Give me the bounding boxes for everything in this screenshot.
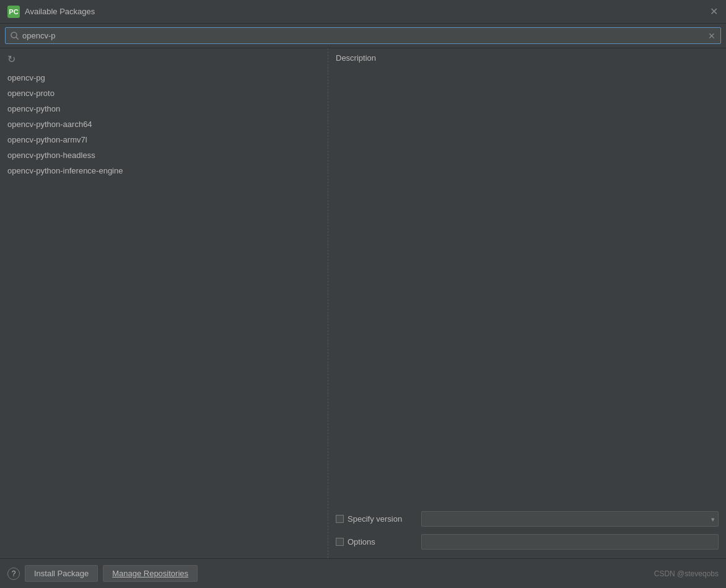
footer: ? Install Package Manage Repositories CS… xyxy=(0,558,726,588)
description-label: Description xyxy=(336,53,719,63)
list-item[interactable]: opencv-proto xyxy=(0,86,328,101)
watermark: CSDN @steveqobs xyxy=(654,569,719,578)
version-row: Specify version latest 4.8.0 4.7.0 4.6.0 xyxy=(336,507,719,530)
options-wrapper: Options xyxy=(336,537,416,546)
package-list: opencv-pg opencv-proto opencv-python ope… xyxy=(0,70,328,558)
specify-version-label: Specify version xyxy=(348,514,402,524)
main-content: ↻ opencv-pg opencv-proto opencv-python o… xyxy=(0,48,726,558)
list-item[interactable]: opencv-python-armv7l xyxy=(0,132,328,147)
install-package-button[interactable]: Install Package xyxy=(25,565,98,582)
title-bar: PC Available Packages ✕ xyxy=(0,0,726,24)
manage-repositories-button[interactable]: Manage Repositories xyxy=(103,565,198,582)
search-bar: ✕ xyxy=(0,24,726,48)
svg-line-1 xyxy=(16,37,19,40)
left-panel: ↻ opencv-pg opencv-proto opencv-python o… xyxy=(0,48,328,558)
footer-left: ? Install Package Manage Repositories xyxy=(7,565,198,582)
dialog-title: Available Packages xyxy=(25,7,95,16)
specify-version-wrapper: Specify version xyxy=(336,514,416,524)
search-container: ✕ xyxy=(5,27,721,44)
options-checkbox[interactable] xyxy=(336,538,344,546)
list-item[interactable]: opencv-python-inference-engine xyxy=(0,163,328,178)
version-select-wrapper: latest 4.8.0 4.7.0 4.6.0 xyxy=(421,511,719,527)
available-packages-dialog: PC Available Packages ✕ ✕ ↻ opencv-pg xyxy=(0,0,726,588)
search-clear-button[interactable]: ✕ xyxy=(708,31,715,41)
help-button[interactable]: ? xyxy=(7,568,20,580)
list-item[interactable]: opencv-python xyxy=(0,101,328,116)
description-area xyxy=(336,68,719,502)
options-row: Options xyxy=(336,530,719,553)
specify-version-checkbox[interactable] xyxy=(336,515,344,523)
right-panel: Description Specify version latest 4.8.0… xyxy=(328,48,726,558)
options-input[interactable] xyxy=(421,534,719,550)
app-icon: PC xyxy=(7,6,20,18)
options-label: Options xyxy=(348,537,375,546)
list-item[interactable]: opencv-python-aarch64 xyxy=(0,116,328,132)
search-input[interactable] xyxy=(22,30,704,42)
search-icon xyxy=(11,32,19,40)
refresh-button[interactable]: ↻ xyxy=(0,48,328,70)
version-select[interactable]: latest 4.8.0 4.7.0 4.6.0 xyxy=(421,511,719,527)
list-item[interactable]: opencv-pg xyxy=(0,70,328,86)
close-button[interactable]: ✕ xyxy=(709,7,719,17)
title-bar-left: PC Available Packages xyxy=(7,6,95,18)
list-item[interactable]: opencv-python-headless xyxy=(0,147,328,163)
